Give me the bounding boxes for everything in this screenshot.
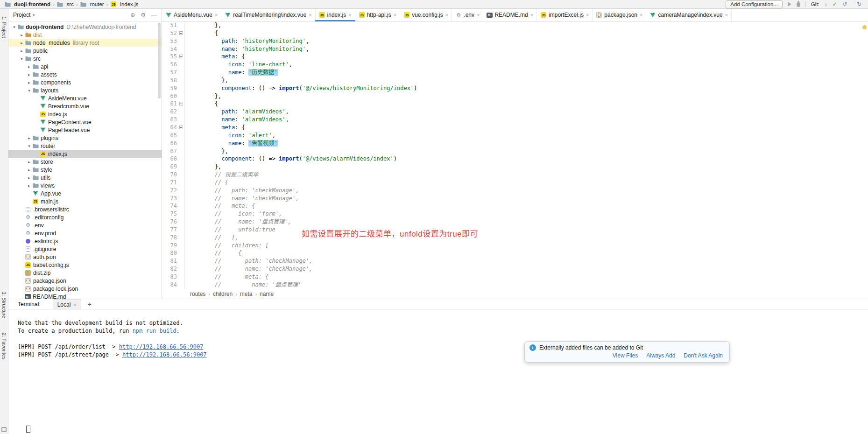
tree-item-babel-config-js[interactable]: JSbabel.config.js — [8, 261, 162, 269]
close-icon[interactable]: × — [477, 12, 480, 18]
tree-item-node-modules[interactable]: ▸node_moduleslibrary root — [8, 39, 162, 47]
editor-tab-env[interactable]: ⚙.env× — [452, 9, 483, 21]
fold-marker-icon[interactable] — [179, 31, 183, 35]
code-text[interactable]: // name: '盘点管理', — [185, 218, 291, 226]
code-text[interactable]: name: '告警视频' — [185, 140, 278, 147]
fold-marker-icon[interactable] — [179, 55, 183, 58]
toolwindow-structure-button[interactable]: 1: Structure — [1, 292, 7, 318]
code-text[interactable]: // path: 'checkManage', — [185, 257, 312, 265]
chevron-right-icon[interactable]: ▸ — [19, 33, 25, 37]
editor-tab-vue-config-js[interactable]: JSvue.config.js× — [400, 9, 452, 21]
code-text[interactable]: // name: 'checkManage', — [185, 265, 312, 273]
run-icon[interactable] — [788, 2, 791, 7]
history-icon[interactable]: ↻ — [857, 1, 861, 7]
code-text[interactable]: // 设置二级菜单 — [185, 171, 258, 179]
tree-item-auth-json[interactable]: {}auth.json — [8, 253, 162, 261]
code-text[interactable]: component: () => import('@/views/alarmVi… — [185, 155, 397, 163]
editor-body[interactable]: 51 },52 {53 path: 'historyMonitoring',54… — [162, 21, 868, 289]
code-text[interactable]: name: 'alarmVideos', — [185, 116, 289, 124]
code-text[interactable]: }, — [185, 92, 221, 100]
tree-item-dist[interactable]: ▸dist — [8, 31, 162, 39]
view-files-link[interactable]: View Files — [613, 352, 638, 359]
tree-item-app-vue[interactable]: App.vue — [8, 189, 162, 197]
tree-item-components[interactable]: ▸components — [8, 78, 162, 86]
tree-item-eslintrc-js[interactable]: .eslintrc.js — [8, 237, 162, 245]
tree-item-utils[interactable]: ▸utils — [8, 174, 162, 182]
code-text[interactable]: }, — [185, 77, 228, 84]
tree-item-breadcrumb-vue[interactable]: Breadcrumb.vue — [8, 102, 162, 110]
toolwindow-favorites-button[interactable]: 2: Favorites — [1, 333, 7, 359]
breadcrumb-item-children[interactable]: children — [213, 291, 233, 297]
code-text[interactable]: // name: '盘点管理' — [185, 281, 301, 289]
editor-tab-package-json[interactable]: {}package.json× — [593, 9, 646, 21]
code-text[interactable]: }, — [185, 21, 221, 29]
tree-item-env-prod[interactable]: ⚙.env.prod — [8, 229, 162, 237]
always-add-link[interactable]: Always Add — [646, 352, 675, 359]
code-text[interactable]: // children: [ — [185, 242, 268, 250]
chevron-right-icon[interactable]: ▸ — [26, 64, 32, 69]
code-text[interactable]: // { — [185, 249, 242, 257]
tree-item-readme-md[interactable]: M↓README.md — [8, 293, 162, 299]
editor-tab-readme-md[interactable]: M↓README.md× — [483, 9, 537, 21]
tree-item-router[interactable]: ▾router — [8, 142, 162, 150]
breadcrumb-item-src[interactable]: src — [57, 1, 74, 7]
terminal-link[interactable]: http://192.168.66.56:9007 — [119, 343, 204, 350]
code-text[interactable]: // meta: { — [185, 202, 255, 210]
close-icon[interactable]: × — [725, 12, 728, 18]
close-icon[interactable]: × — [640, 12, 642, 18]
editor-tab-asidemenu-vue[interactable]: AsideMenu.vue× — [162, 9, 221, 21]
tree-item-main-js[interactable]: JSmain.js — [8, 197, 162, 205]
chevron-right-icon[interactable]: ▸ — [26, 183, 32, 188]
chevron-right-icon[interactable]: ▸ — [26, 175, 32, 180]
editor-tab-importexcel-js[interactable]: JSimportExcel.js× — [537, 9, 593, 21]
tree-item-dist-zip[interactable]: dist.zip — [8, 269, 162, 277]
code-text[interactable]: name: 'historyMonitoring', — [185, 45, 309, 53]
git-revert-icon[interactable]: ↺ — [842, 1, 847, 7]
chevron-right-icon[interactable]: ▸ — [26, 80, 32, 85]
tree-item-src[interactable]: ▾src — [8, 55, 162, 63]
terminal-tab-local[interactable]: Local × — [53, 299, 81, 309]
editor-tab-realtimemonitoring-index-vue[interactable]: realTimeMonitoring\index.vue× — [221, 9, 315, 21]
tree-item-pagecontent-vue[interactable]: PageContent.vue — [8, 118, 162, 126]
tree-item-views[interactable]: ▸views — [8, 182, 162, 189]
settings-gear-icon[interactable]: ⚙ — [141, 12, 146, 18]
chevron-down-icon[interactable]: ▾ — [11, 25, 17, 29]
tree-item-store[interactable]: ▸store — [8, 158, 162, 166]
hide-panel-icon[interactable]: — — [151, 12, 157, 18]
tree-item-plugins[interactable]: ▸plugins — [8, 134, 162, 142]
code-text[interactable]: // unfold:true — [185, 226, 275, 234]
tree-item-index-js[interactable]: JSindex.js — [8, 110, 162, 118]
code-text[interactable]: }, — [185, 147, 228, 155]
code-text[interactable]: icon: 'alert', — [185, 132, 275, 140]
chevron-right-icon[interactable]: ▸ — [19, 41, 25, 45]
close-icon[interactable]: × — [530, 12, 533, 18]
code-text[interactable]: meta: { — [185, 53, 245, 61]
code-text[interactable]: component: () => import('@/views/history… — [185, 84, 417, 92]
chevron-right-icon[interactable]: ▸ — [26, 136, 32, 140]
breadcrumb-item-index-js[interactable]: JSindex.js — [110, 1, 138, 7]
locate-file-icon[interactable]: ⊕ — [130, 12, 135, 18]
debug-icon[interactable] — [797, 2, 800, 7]
new-terminal-button[interactable]: + — [88, 301, 92, 308]
chevron-down-icon[interactable]: ▾ — [26, 144, 32, 148]
code-text[interactable]: { — [185, 29, 218, 37]
tree-item-editorconfig[interactable]: ⚙.editorconfig — [8, 213, 162, 221]
close-icon[interactable]: × — [348, 12, 351, 18]
tree-item-assets[interactable]: ▸assets — [8, 70, 162, 78]
chevron-right-icon[interactable]: ▸ — [19, 49, 25, 53]
code-text[interactable]: // meta: { — [185, 273, 268, 281]
tree-item-index-js[interactable]: JSindex.js — [8, 150, 162, 158]
fold-marker-icon[interactable] — [179, 126, 183, 129]
tree-item-public[interactable]: ▸public — [8, 47, 162, 55]
tree-item-layouts[interactable]: ▾layouts — [8, 86, 162, 94]
close-icon[interactable]: × — [586, 12, 589, 18]
breadcrumb-item-routes[interactable]: routes — [190, 291, 205, 297]
code-text[interactable]: // path: 'checkManage', — [185, 187, 299, 195]
tree-item-style[interactable]: ▸style — [8, 166, 162, 174]
close-icon[interactable]: × — [215, 12, 218, 18]
code-text[interactable]: name: '历史数据' — [185, 69, 278, 77]
code-text[interactable]: // }, — [185, 234, 238, 242]
toolwindow-project-button[interactable]: 1: Project — [1, 16, 7, 38]
tree-item-api[interactable]: ▸api — [8, 63, 162, 70]
chevron-down-icon[interactable]: ▾ — [19, 56, 25, 61]
